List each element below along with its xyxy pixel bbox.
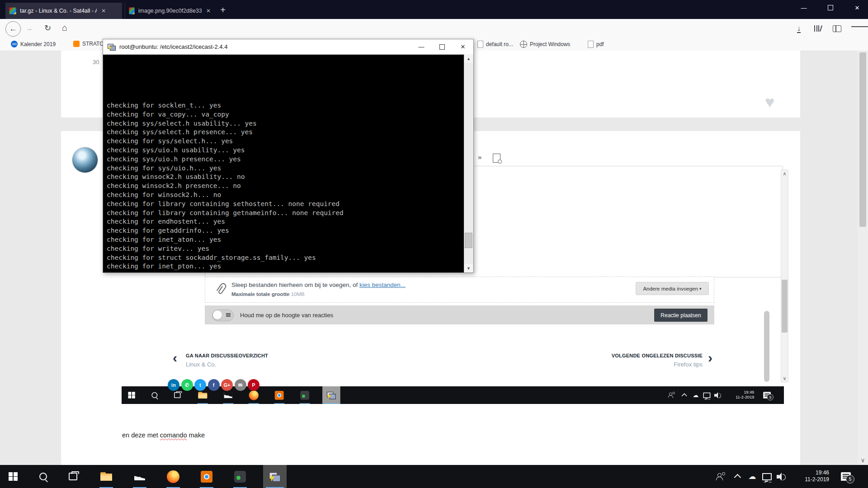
tab-image[interactable]: image.png.90ec0f2d8e334a23d ✕ bbox=[125, 3, 214, 19]
terminal-output[interactable]: checking for socklen_t... yeschecking fo… bbox=[103, 54, 464, 272]
clock-time: 19:46 bbox=[790, 469, 829, 476]
bookmark-pdf[interactable]: pdf bbox=[588, 41, 604, 48]
terminal-output-line: checking for writev... yes bbox=[107, 244, 464, 253]
terminal-maximize-button[interactable] bbox=[432, 39, 453, 54]
next-chevron-icon[interactable]: › bbox=[708, 350, 712, 366]
share-icon[interactable]: t bbox=[194, 379, 206, 391]
volume-tray-button[interactable] bbox=[774, 465, 789, 488]
terminal-scroll-thumb[interactable] bbox=[465, 233, 472, 248]
editor-toolbar-overflow-icon[interactable]: » bbox=[478, 153, 481, 161]
folder-icon bbox=[100, 472, 112, 481]
action-center-button[interactable]: 5 bbox=[835, 465, 857, 488]
insert-media-button[interactable]: Andere media invoegen ▾ bbox=[636, 282, 709, 295]
editor-scrollbar[interactable]: ∧ ∨ bbox=[781, 169, 788, 382]
putty-terminal-window[interactable]: root@unbuntu: /etc/icecast2/icecast-2.4.… bbox=[103, 39, 474, 273]
tab-close-icon[interactable]: ✕ bbox=[101, 8, 106, 14]
bookmark-kalender[interactable]: 365 Kalender 2019 bbox=[11, 41, 56, 47]
putty-window-icon bbox=[108, 43, 116, 51]
recorder-app-icon bbox=[297, 386, 313, 404]
menu-hamburger-icon[interactable] bbox=[851, 25, 868, 28]
share-icon[interactable]: ✆ bbox=[181, 379, 193, 391]
photos-app-button[interactable] bbox=[196, 465, 217, 488]
terminal-scroll-down-icon[interactable]: ▼ bbox=[464, 264, 473, 272]
terminal-output-line: checking for struct sockaddr_storage.ss_… bbox=[107, 253, 464, 263]
share-icon[interactable]: G+ bbox=[221, 379, 233, 391]
home-icon[interactable]: ⌂ bbox=[62, 23, 67, 33]
start-button-icon bbox=[124, 386, 140, 404]
maximize-icon bbox=[828, 5, 833, 10]
library-icon[interactable] bbox=[814, 25, 822, 32]
bookmark-strato[interactable]: STRATO bbox=[73, 41, 104, 47]
choose-files-link[interactable]: kies bestanden... bbox=[359, 282, 406, 288]
tray-overflow-button[interactable] bbox=[731, 465, 745, 488]
tab-title: image.png.90ec0f2d8e334a23d bbox=[138, 8, 202, 14]
sidebar-toggle-icon[interactable] bbox=[833, 25, 841, 32]
inner-scrollbar-thumb[interactable] bbox=[764, 311, 769, 382]
mail-app-button[interactable] bbox=[129, 465, 150, 488]
tab-close-icon[interactable]: ✕ bbox=[206, 8, 211, 14]
notify-label: Houd me op de hoogte van reacties bbox=[240, 312, 333, 319]
next-topic-name-link[interactable]: Firefox tips bbox=[567, 361, 703, 368]
bookmark-project-windows[interactable]: Project Windows bbox=[520, 41, 570, 48]
people-button[interactable] bbox=[711, 465, 731, 488]
next-unread-topic-link[interactable]: VOLGENDE ONGELEZEN DISCUSSIE bbox=[567, 353, 703, 358]
terminal-output-line: checking sys/uio.h presence... yes bbox=[107, 155, 464, 164]
window-minimize-button[interactable]: — bbox=[793, 0, 814, 15]
toggle-list-icon bbox=[226, 313, 231, 318]
go-to-topic-list-link[interactable]: GA NAAR DISCUSSIEOVERZICHT bbox=[186, 353, 268, 358]
page-scroll-down-icon[interactable]: ∨ bbox=[858, 457, 868, 463]
misspelled-word: comando bbox=[160, 432, 187, 439]
terminal-minimize-button[interactable]: — bbox=[411, 39, 432, 54]
terminal-lines: checking for socklen_t... yeschecking fo… bbox=[107, 75, 464, 272]
putty-taskbar-button[interactable] bbox=[263, 465, 287, 488]
photos-app-icon bbox=[271, 386, 287, 404]
scrollbar-thumb[interactable] bbox=[782, 280, 788, 333]
notify-toggle[interactable] bbox=[212, 310, 234, 321]
onedrive-tray-button[interactable]: ☁ bbox=[745, 465, 760, 488]
task-view-icon bbox=[69, 473, 77, 480]
page-scrollbar-thumb[interactable] bbox=[859, 52, 866, 227]
terminal-close-button[interactable]: ✕ bbox=[453, 39, 473, 54]
tab-targz[interactable]: tar.gz - Linux & Co. - Sat4all - A ✕ bbox=[5, 3, 122, 19]
firefox-button[interactable] bbox=[163, 465, 184, 488]
putty-taskbar-icon bbox=[322, 386, 340, 404]
terminal-scroll-up-icon[interactable]: ▲ bbox=[464, 54, 473, 63]
search-icon bbox=[39, 473, 47, 480]
share-icon[interactable]: in bbox=[168, 379, 179, 391]
scroll-down-icon[interactable]: ∨ bbox=[781, 375, 788, 382]
browser-tab-bar: tar.gz - Linux & Co. - Sat4all - A ✕ ima… bbox=[0, 0, 868, 19]
new-tab-button[interactable]: + bbox=[216, 4, 230, 16]
scroll-up-icon[interactable]: ∧ bbox=[781, 170, 788, 177]
start-button[interactable] bbox=[3, 465, 24, 488]
share-icon[interactable]: P bbox=[248, 379, 259, 391]
share-icon[interactable]: ✉ bbox=[235, 379, 246, 391]
forum-name-link[interactable]: Linux & Co. bbox=[186, 361, 216, 368]
window-maximize-button[interactable] bbox=[820, 0, 841, 15]
sat4all-favicon bbox=[9, 7, 16, 14]
terminal-output-line: checking for xslt-config... no bbox=[107, 271, 464, 272]
back-icon[interactable]: ← bbox=[5, 21, 21, 37]
network-tray-button[interactable] bbox=[760, 465, 774, 488]
taskbar-clock[interactable]: 19:46 11-2-2019 bbox=[790, 465, 829, 488]
browser-toolbar: ← → ↻ ⌂ i https://www.sat4all.com/forums… bbox=[0, 19, 868, 38]
file-explorer-button[interactable] bbox=[96, 465, 117, 488]
task-view-button[interactable] bbox=[62, 465, 83, 488]
editor-preview-icon[interactable] bbox=[493, 154, 500, 163]
volume-icon bbox=[712, 386, 724, 404]
recorder-app-button[interactable] bbox=[230, 465, 250, 488]
share-icon[interactable]: f bbox=[208, 379, 220, 391]
bookmark-default[interactable]: default ro... bbox=[477, 41, 513, 48]
submit-reply-button[interactable]: Reactie plaatsen bbox=[654, 309, 708, 322]
prev-chevron-icon[interactable]: ‹ bbox=[173, 350, 177, 366]
taskbar-search-button[interactable] bbox=[33, 465, 53, 488]
terminal-scrollbar[interactable]: ▲ ▼ bbox=[464, 54, 473, 272]
avatar[interactable] bbox=[72, 147, 98, 173]
attachment-dropzone[interactable]: Sleep bestanden hierheen om bij te voege… bbox=[205, 277, 714, 303]
like-heart-icon[interactable]: ♥ bbox=[765, 93, 774, 112]
reload-icon[interactable]: ↻ bbox=[44, 23, 51, 33]
document-icon bbox=[477, 41, 483, 48]
window-close-button[interactable]: ✕ bbox=[847, 0, 868, 15]
page-scrollbar[interactable]: ∨ bbox=[858, 51, 868, 465]
downloads-icon[interactable]: ↓ bbox=[797, 24, 801, 33]
maximize-icon bbox=[439, 44, 445, 50]
